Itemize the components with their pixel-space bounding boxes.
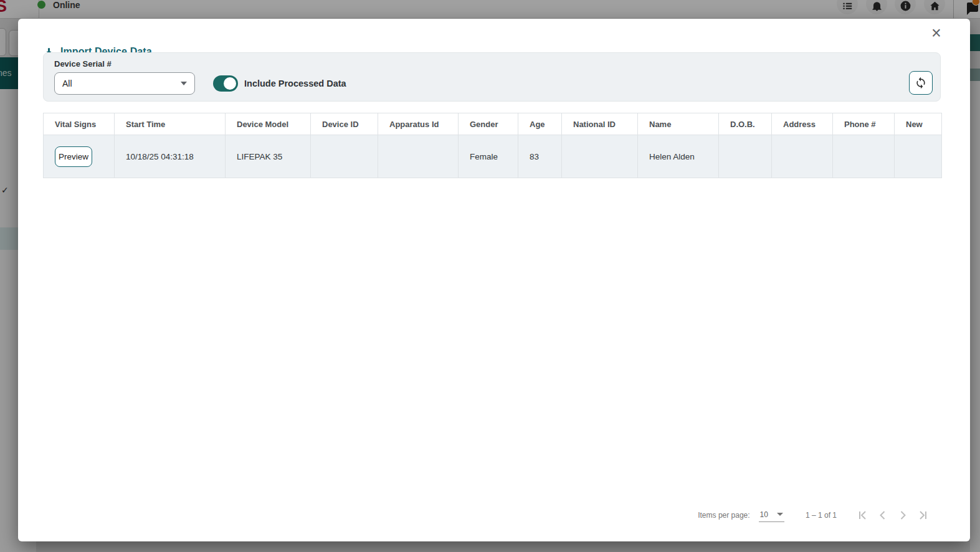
device-serial-label: Device Serial #	[54, 59, 112, 69]
first-page-icon	[855, 508, 870, 523]
include-processed-label: Include Processed Data	[244, 79, 346, 88]
next-page-button[interactable]	[893, 505, 913, 525]
include-processed-toggle-group: Include Processed Data	[213, 75, 346, 92]
col-device-id: Device ID	[311, 113, 378, 135]
refresh-button[interactable]	[909, 71, 933, 95]
chevron-down-icon	[777, 513, 783, 516]
items-per-page-select[interactable]: 10	[759, 509, 784, 522]
previous-page-button[interactable]	[873, 505, 893, 525]
cell-start-time: 10/18/25 04:31:18	[115, 135, 226, 178]
device-serial-value: All	[62, 79, 181, 88]
items-per-page-label: Items per page:	[698, 511, 749, 520]
device-serial-select[interactable]: All	[54, 72, 195, 95]
chevron-left-icon	[875, 508, 890, 523]
preview-button[interactable]: Preview	[55, 146, 92, 167]
col-start-time: Start Time	[115, 113, 226, 135]
paginator: Items per page: 10 1 – 1 of 1	[698, 505, 933, 525]
cell-device-model: LIFEPAK 35	[226, 135, 311, 178]
cell-dob	[719, 135, 772, 178]
cell-new	[895, 135, 942, 178]
chevron-down-icon	[181, 82, 187, 85]
cell-age: 83	[518, 135, 562, 178]
col-address: Address	[772, 113, 833, 135]
table-row: Preview 10/18/25 04:31:18 LIFEPAK 35 Fem…	[44, 135, 942, 178]
cell-phone	[833, 135, 895, 178]
col-phone: Phone #	[833, 113, 895, 135]
cell-gender: Female	[459, 135, 518, 178]
col-device-model: Device Model	[226, 113, 311, 135]
col-dob: D.O.B.	[719, 113, 772, 135]
page-range-label: 1 – 1 of 1	[806, 511, 837, 520]
last-page-icon	[915, 508, 930, 523]
last-page-button[interactable]	[913, 505, 933, 525]
cell-device-id	[311, 135, 378, 178]
cell-address	[772, 135, 833, 178]
sync-icon	[915, 77, 927, 89]
cell-vital-signs: Preview	[44, 135, 115, 178]
import-device-data-modal: Import Device Data × Device Serial # All…	[18, 19, 970, 541]
close-icon[interactable]: ×	[928, 25, 945, 42]
col-vital-signs: Vital Signs	[44, 113, 115, 135]
col-age: Age	[518, 113, 562, 135]
toggle-knob	[224, 77, 236, 90]
col-apparatus-id: Apparatus Id	[378, 113, 459, 135]
include-processed-toggle[interactable]	[213, 75, 238, 92]
col-national-id: National ID	[562, 113, 638, 135]
col-gender: Gender	[459, 113, 518, 135]
items-per-page-value: 10	[760, 510, 768, 519]
col-name: Name	[638, 113, 719, 135]
col-new: New	[895, 113, 942, 135]
filter-bar: Device Serial # All Include Processed Da…	[43, 52, 941, 102]
first-page-button[interactable]	[853, 505, 873, 525]
cell-name: Helen Alden	[638, 135, 719, 178]
device-data-table: Vital Signs Start Time Device Model Devi…	[43, 113, 942, 178]
table-header-row: Vital Signs Start Time Device Model Devi…	[44, 113, 942, 135]
chevron-right-icon	[895, 508, 910, 523]
cell-apparatus-id	[378, 135, 459, 178]
cell-national-id	[562, 135, 638, 178]
